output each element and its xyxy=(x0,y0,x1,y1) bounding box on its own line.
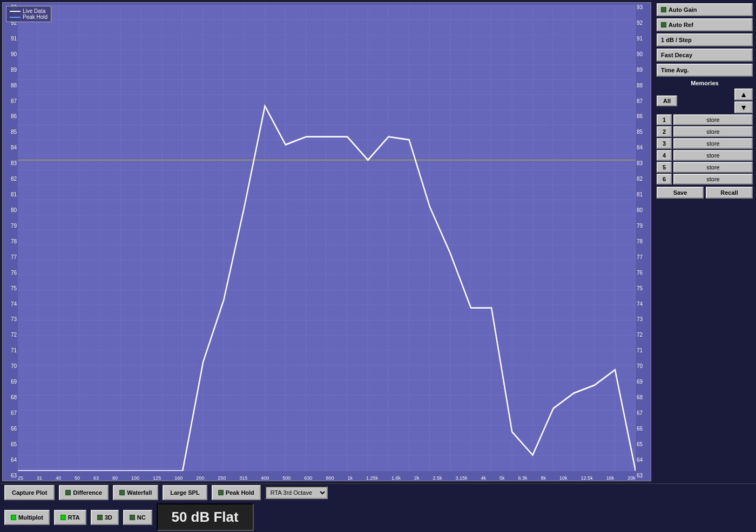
difference-label: Difference xyxy=(73,489,102,496)
memory-4-button[interactable]: 4 xyxy=(657,150,672,161)
memory-6-button[interactable]: 6 xyxy=(657,174,672,185)
nc-button[interactable]: NC xyxy=(123,510,152,525)
x-axis: 25 31 40 50 63 80 100 125 160 200 250 31… xyxy=(18,471,636,481)
three-d-label: 3D xyxy=(105,514,112,521)
chart-inner xyxy=(18,5,636,471)
three-d-button[interactable]: 3D xyxy=(91,510,119,525)
memories-label: Memories xyxy=(657,79,753,87)
memory-row-5: 5 store xyxy=(657,162,753,173)
save-button[interactable]: Save xyxy=(657,187,704,199)
auto-gain-label: Auto Gain xyxy=(669,6,697,13)
peak-hold-led xyxy=(218,490,224,495)
legend-live-line xyxy=(10,11,21,12)
save-recall-row: Save Recall xyxy=(657,187,753,199)
time-avg-label: Time Avg. xyxy=(661,67,689,73)
memory-1-button[interactable]: 1 xyxy=(657,114,672,125)
memory-row-3: 3 store xyxy=(657,138,753,149)
fast-decay-label: Fast Decay xyxy=(661,52,692,58)
waterfall-led xyxy=(119,490,125,495)
memory-2-store-button[interactable]: store xyxy=(673,126,753,137)
auto-ref-button[interactable]: Auto Ref xyxy=(657,18,753,31)
memory-row-4: 4 store xyxy=(657,150,753,161)
auto-ref-label: Auto Ref xyxy=(669,22,693,28)
memory-5-store-button[interactable]: store xyxy=(673,162,753,173)
multiplot-led xyxy=(11,515,16,520)
three-d-led xyxy=(97,515,103,520)
recall-button[interactable]: Recall xyxy=(706,187,753,199)
memory-all-row: All ▲ ▼ xyxy=(657,88,753,113)
memory-5-button[interactable]: 5 xyxy=(657,162,672,173)
sidebar: Auto Gain Auto Ref 1 dB / Step Fast Deca… xyxy=(653,0,756,483)
rta-led xyxy=(60,515,66,520)
memory-3-button[interactable]: 3 xyxy=(657,138,672,149)
nc-label: NC xyxy=(137,514,146,521)
memory-4-store-button[interactable]: store xyxy=(673,150,753,161)
memories-header: Memories xyxy=(657,79,753,87)
memory-all-button[interactable]: All xyxy=(657,96,677,106)
legend-peak-label: Peak Hold xyxy=(23,14,48,20)
rta-mode-dropdown[interactable]: RTA 3rd Octave RTA 1/6 Octave RTA 1/12 O… xyxy=(265,486,328,499)
difference-button[interactable]: Difference xyxy=(59,485,109,500)
memory-1-store-button[interactable]: store xyxy=(673,114,753,125)
rta-label: RTA xyxy=(68,514,80,521)
db-step-button[interactable]: 1 dB / Step xyxy=(657,33,753,46)
legend-peak-line xyxy=(10,17,21,18)
arrow-down-button[interactable]: ▼ xyxy=(734,101,753,113)
spl-display: 50 dB Flat xyxy=(157,503,254,531)
memory-row-2: 2 store xyxy=(657,126,753,137)
bottom-rows: Capture Plot Difference Waterfall Large … xyxy=(4,485,328,531)
waterfall-label: Waterfall xyxy=(127,489,152,496)
difference-led xyxy=(65,490,71,495)
y-axis-right: 93 92 91 90 89 88 87 86 85 84 83 82 81 8… xyxy=(636,3,651,481)
svg-rect-4 xyxy=(18,5,636,471)
memory-2-button[interactable]: 2 xyxy=(657,126,672,137)
memory-row-1: 1 store xyxy=(657,114,753,125)
peak-hold-label: Peak Hold xyxy=(226,489,254,496)
legend-live-label: Live Data xyxy=(23,8,45,14)
chart-legend: Live Data Peak Hold xyxy=(6,6,51,22)
peak-hold-button[interactable]: Peak Hold xyxy=(212,485,261,500)
auto-gain-led xyxy=(661,7,666,12)
fast-decay-button[interactable]: Fast Decay xyxy=(657,49,753,62)
rta-button[interactable]: RTA xyxy=(54,510,86,525)
capture-plot-button[interactable]: Capture Plot xyxy=(4,485,55,500)
arrow-up-button[interactable]: ▲ xyxy=(734,88,753,100)
waterfall-button[interactable]: Waterfall xyxy=(113,485,158,500)
auto-gain-button[interactable]: Auto Gain xyxy=(657,3,753,16)
memory-row-6: 6 store xyxy=(657,174,753,185)
bottom-bar: Capture Plot Difference Waterfall Large … xyxy=(0,483,756,532)
memory-3-store-button[interactable]: store xyxy=(673,138,753,149)
memories-section: Memories All ▲ ▼ 1 store 2 store 3 store xyxy=(657,79,753,185)
memory-6-store-button[interactable]: store xyxy=(673,174,753,185)
chart-container: Live Data Peak Hold 93 92 91 90 89 88 87… xyxy=(2,2,651,481)
auto-ref-led xyxy=(661,22,666,28)
y-axis-left: 93 92 91 90 89 88 87 86 85 84 83 82 81 8… xyxy=(3,3,18,481)
arrows-group: ▲ ▼ xyxy=(734,88,753,113)
multiplot-button[interactable]: Multiplot xyxy=(4,510,50,525)
bottom-row-1: Capture Plot Difference Waterfall Large … xyxy=(4,485,328,500)
time-avg-button[interactable]: Time Avg. xyxy=(657,64,753,77)
nc-led xyxy=(130,515,135,520)
db-step-label: 1 dB / Step xyxy=(661,37,692,43)
chart-svg xyxy=(18,5,636,471)
multiplot-label: Multiplot xyxy=(18,514,43,521)
bottom-row-2: Multiplot RTA 3D NC 50 dB Flat xyxy=(4,503,328,531)
large-spl-button[interactable]: Large SPL xyxy=(163,485,207,500)
